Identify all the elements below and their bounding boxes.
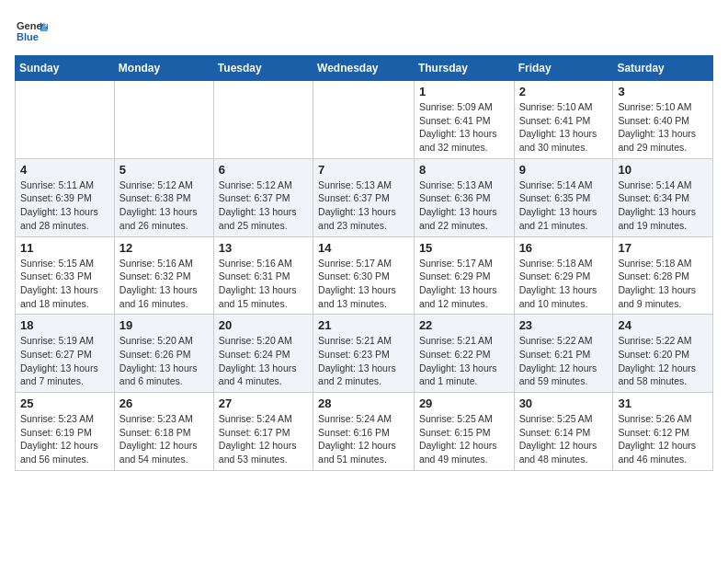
day-cell: 2Sunrise: 5:10 AM Sunset: 6:41 PM Daylig… xyxy=(514,81,613,159)
header-cell-friday: Friday xyxy=(514,56,613,81)
day-info: Sunrise: 5:09 AM Sunset: 6:41 PM Dayligh… xyxy=(419,100,509,155)
day-number: 4 xyxy=(20,163,109,177)
day-cell: 23Sunrise: 5:22 AM Sunset: 6:21 PM Dayli… xyxy=(514,315,613,393)
day-cell: 24Sunrise: 5:22 AM Sunset: 6:20 PM Dayli… xyxy=(613,315,713,393)
week-row-1: 1Sunrise: 5:09 AM Sunset: 6:41 PM Daylig… xyxy=(16,81,713,159)
day-number: 7 xyxy=(318,163,409,177)
day-number: 1 xyxy=(419,85,509,98)
day-info: Sunrise: 5:10 AM Sunset: 6:40 PM Dayligh… xyxy=(618,100,708,155)
day-info: Sunrise: 5:24 AM Sunset: 6:16 PM Dayligh… xyxy=(318,412,409,466)
week-row-5: 25Sunrise: 5:23 AM Sunset: 6:19 PM Dayli… xyxy=(16,393,713,471)
day-info: Sunrise: 5:22 AM Sunset: 6:20 PM Dayligh… xyxy=(618,334,708,388)
day-cell: 20Sunrise: 5:20 AM Sunset: 6:24 PM Dayli… xyxy=(213,315,313,393)
day-cell xyxy=(313,81,415,159)
day-number: 30 xyxy=(519,396,609,410)
day-info: Sunrise: 5:12 AM Sunset: 6:37 PM Dayligh… xyxy=(219,178,308,233)
header-cell-thursday: Thursday xyxy=(414,56,514,81)
day-number: 21 xyxy=(318,318,409,332)
day-cell: 14Sunrise: 5:17 AM Sunset: 6:30 PM Dayli… xyxy=(313,236,415,315)
day-info: Sunrise: 5:25 AM Sunset: 6:15 PM Dayligh… xyxy=(419,412,509,466)
day-number: 27 xyxy=(219,396,308,410)
day-cell: 29Sunrise: 5:25 AM Sunset: 6:15 PM Dayli… xyxy=(414,393,514,471)
day-cell: 3Sunrise: 5:10 AM Sunset: 6:40 PM Daylig… xyxy=(613,81,713,159)
day-cell: 15Sunrise: 5:17 AM Sunset: 6:29 PM Dayli… xyxy=(414,236,514,315)
day-cell: 10Sunrise: 5:14 AM Sunset: 6:34 PM Dayli… xyxy=(613,158,713,236)
day-info: Sunrise: 5:20 AM Sunset: 6:26 PM Dayligh… xyxy=(119,334,209,388)
day-cell: 7Sunrise: 5:13 AM Sunset: 6:37 PM Daylig… xyxy=(313,158,415,236)
day-info: Sunrise: 5:23 AM Sunset: 6:18 PM Dayligh… xyxy=(119,412,209,466)
week-row-2: 4Sunrise: 5:11 AM Sunset: 6:39 PM Daylig… xyxy=(16,158,713,236)
day-number: 9 xyxy=(519,163,609,177)
header-cell-tuesday: Tuesday xyxy=(213,56,313,81)
week-row-4: 18Sunrise: 5:19 AM Sunset: 6:27 PM Dayli… xyxy=(16,315,713,393)
page-header: General Blue xyxy=(15,15,713,48)
day-number: 8 xyxy=(419,163,509,177)
day-info: Sunrise: 5:22 AM Sunset: 6:21 PM Dayligh… xyxy=(519,334,609,388)
day-cell: 11Sunrise: 5:15 AM Sunset: 6:33 PM Dayli… xyxy=(16,236,115,315)
day-info: Sunrise: 5:21 AM Sunset: 6:22 PM Dayligh… xyxy=(419,334,509,388)
day-number: 20 xyxy=(219,318,308,332)
day-cell: 9Sunrise: 5:14 AM Sunset: 6:35 PM Daylig… xyxy=(514,158,613,236)
day-number: 28 xyxy=(318,396,409,410)
day-cell: 25Sunrise: 5:23 AM Sunset: 6:19 PM Dayli… xyxy=(16,393,115,471)
day-info: Sunrise: 5:16 AM Sunset: 6:32 PM Dayligh… xyxy=(119,257,209,311)
day-number: 13 xyxy=(219,241,308,255)
day-cell: 4Sunrise: 5:11 AM Sunset: 6:39 PM Daylig… xyxy=(16,158,115,236)
day-number: 18 xyxy=(20,318,109,332)
day-number: 19 xyxy=(119,318,209,332)
day-info: Sunrise: 5:26 AM Sunset: 6:12 PM Dayligh… xyxy=(618,412,708,466)
header-cell-wednesday: Wednesday xyxy=(313,56,415,81)
day-cell: 19Sunrise: 5:20 AM Sunset: 6:26 PM Dayli… xyxy=(114,315,213,393)
day-number: 3 xyxy=(618,85,708,98)
day-number: 12 xyxy=(119,241,209,255)
header-cell-monday: Monday xyxy=(114,56,213,81)
day-cell: 28Sunrise: 5:24 AM Sunset: 6:16 PM Dayli… xyxy=(313,393,415,471)
day-number: 2 xyxy=(519,85,609,98)
day-info: Sunrise: 5:25 AM Sunset: 6:14 PM Dayligh… xyxy=(519,412,609,466)
day-cell: 5Sunrise: 5:12 AM Sunset: 6:38 PM Daylig… xyxy=(114,158,213,236)
day-info: Sunrise: 5:14 AM Sunset: 6:34 PM Dayligh… xyxy=(618,178,708,233)
day-info: Sunrise: 5:14 AM Sunset: 6:35 PM Dayligh… xyxy=(519,178,609,233)
day-info: Sunrise: 5:13 AM Sunset: 6:37 PM Dayligh… xyxy=(318,178,409,233)
day-number: 31 xyxy=(618,396,708,410)
day-cell: 31Sunrise: 5:26 AM Sunset: 6:12 PM Dayli… xyxy=(613,393,713,471)
day-info: Sunrise: 5:17 AM Sunset: 6:29 PM Dayligh… xyxy=(419,257,509,311)
day-number: 15 xyxy=(419,241,509,255)
day-cell: 8Sunrise: 5:13 AM Sunset: 6:36 PM Daylig… xyxy=(414,158,514,236)
day-cell xyxy=(16,81,115,159)
logo-icon: General Blue xyxy=(15,15,48,48)
day-number: 16 xyxy=(519,241,609,255)
day-number: 11 xyxy=(20,241,109,255)
day-info: Sunrise: 5:20 AM Sunset: 6:24 PM Dayligh… xyxy=(219,334,308,388)
day-cell: 16Sunrise: 5:18 AM Sunset: 6:29 PM Dayli… xyxy=(514,236,613,315)
week-row-3: 11Sunrise: 5:15 AM Sunset: 6:33 PM Dayli… xyxy=(16,236,713,315)
day-number: 23 xyxy=(519,318,609,332)
day-info: Sunrise: 5:19 AM Sunset: 6:27 PM Dayligh… xyxy=(20,334,109,388)
calendar-body: 1Sunrise: 5:09 AM Sunset: 6:41 PM Daylig… xyxy=(16,81,713,471)
header-cell-sunday: Sunday xyxy=(16,56,115,81)
day-cell: 22Sunrise: 5:21 AM Sunset: 6:22 PM Dayli… xyxy=(414,315,514,393)
day-info: Sunrise: 5:24 AM Sunset: 6:17 PM Dayligh… xyxy=(219,412,308,466)
logo: General Blue xyxy=(15,15,48,48)
day-cell: 27Sunrise: 5:24 AM Sunset: 6:17 PM Dayli… xyxy=(213,393,313,471)
day-cell: 6Sunrise: 5:12 AM Sunset: 6:37 PM Daylig… xyxy=(213,158,313,236)
day-cell: 18Sunrise: 5:19 AM Sunset: 6:27 PM Dayli… xyxy=(16,315,115,393)
svg-text:Blue: Blue xyxy=(17,31,39,42)
day-cell: 12Sunrise: 5:16 AM Sunset: 6:32 PM Dayli… xyxy=(114,236,213,315)
day-number: 17 xyxy=(618,241,708,255)
calendar-header: SundayMondayTuesdayWednesdayThursdayFrid… xyxy=(16,56,713,81)
day-info: Sunrise: 5:12 AM Sunset: 6:38 PM Dayligh… xyxy=(119,178,209,233)
day-info: Sunrise: 5:23 AM Sunset: 6:19 PM Dayligh… xyxy=(20,412,109,466)
day-cell: 17Sunrise: 5:18 AM Sunset: 6:28 PM Dayli… xyxy=(613,236,713,315)
day-info: Sunrise: 5:17 AM Sunset: 6:30 PM Dayligh… xyxy=(318,257,409,311)
day-info: Sunrise: 5:15 AM Sunset: 6:33 PM Dayligh… xyxy=(20,257,109,311)
day-number: 29 xyxy=(419,396,509,410)
day-cell: 21Sunrise: 5:21 AM Sunset: 6:23 PM Dayli… xyxy=(313,315,415,393)
day-number: 5 xyxy=(119,163,209,177)
day-cell: 13Sunrise: 5:16 AM Sunset: 6:31 PM Dayli… xyxy=(213,236,313,315)
day-info: Sunrise: 5:16 AM Sunset: 6:31 PM Dayligh… xyxy=(219,257,308,311)
day-number: 25 xyxy=(20,396,109,410)
calendar-table: SundayMondayTuesdayWednesdayThursdayFrid… xyxy=(15,55,713,471)
day-info: Sunrise: 5:18 AM Sunset: 6:28 PM Dayligh… xyxy=(618,257,708,311)
day-cell: 1Sunrise: 5:09 AM Sunset: 6:41 PM Daylig… xyxy=(414,81,514,159)
